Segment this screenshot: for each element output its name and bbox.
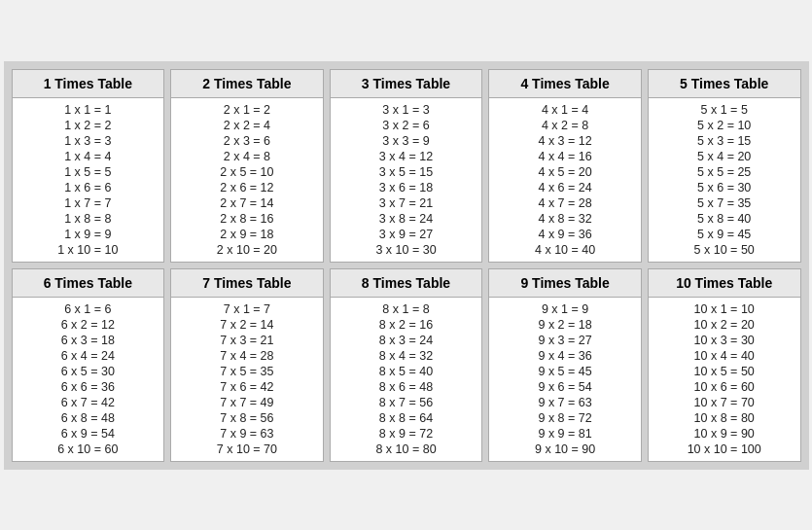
table-10-row-4: 10 x 4 = 40: [651, 348, 798, 364]
table-8-row-5: 8 x 5 = 40: [333, 364, 480, 379]
table-header-10: 10 Times Table: [649, 269, 800, 298]
table-body-3: 3 x 1 = 33 x 2 = 63 x 3 = 93 x 4 = 123 x…: [331, 98, 482, 262]
table-1-row-9: 1 x 9 = 9: [15, 227, 162, 242]
table-2-row-9: 2 x 9 = 18: [173, 227, 321, 242]
table-9-row-8: 9 x 8 = 72: [491, 410, 639, 426]
table-header-1: 1 Times Table: [13, 70, 164, 98]
table-4-row-9: 4 x 9 = 36: [491, 227, 639, 242]
table-card-10: 10 Times Table10 x 1 = 1010 x 2 = 2010 x…: [648, 268, 801, 462]
table-2-row-10: 2 x 10 = 20: [173, 242, 321, 258]
table-2-row-5: 2 x 5 = 10: [173, 164, 321, 180]
table-9-row-3: 9 x 3 = 27: [491, 333, 639, 348]
table-10-row-5: 10 x 5 = 50: [651, 364, 798, 379]
table-6-row-9: 6 x 9 = 54: [15, 426, 162, 442]
table-3-row-3: 3 x 3 = 9: [333, 133, 480, 149]
table-7-row-1: 7 x 1 = 7: [173, 301, 321, 317]
table-body-9: 9 x 1 = 99 x 2 = 189 x 3 = 279 x 4 = 369…: [489, 298, 641, 461]
table-card-7: 7 Times Table7 x 1 = 77 x 2 = 147 x 3 = …: [170, 268, 324, 462]
table-3-row-6: 3 x 6 = 18: [333, 180, 480, 195]
table-5-row-4: 5 x 4 = 20: [651, 149, 798, 164]
table-6-row-4: 6 x 4 = 24: [15, 348, 162, 364]
table-10-row-2: 10 x 2 = 20: [651, 317, 798, 333]
table-header-6: 6 Times Table: [13, 269, 164, 298]
table-7-row-10: 7 x 10 = 70: [173, 442, 321, 457]
table-8-row-9: 8 x 9 = 72: [333, 426, 480, 442]
table-7-row-7: 7 x 7 = 49: [173, 395, 321, 410]
table-6-row-10: 6 x 10 = 60: [15, 442, 162, 457]
table-card-8: 8 Times Table8 x 1 = 88 x 2 = 168 x 3 = …: [330, 268, 483, 462]
table-8-row-3: 8 x 3 = 24: [333, 333, 480, 348]
table-9-row-6: 9 x 6 = 54: [491, 379, 639, 395]
table-5-row-1: 5 x 1 = 5: [651, 102, 798, 118]
table-3-row-8: 3 x 8 = 24: [333, 211, 480, 227]
table-1-row-1: 1 x 1 = 1: [15, 102, 162, 118]
table-1-row-4: 1 x 4 = 4: [15, 149, 162, 164]
table-body-10: 10 x 1 = 1010 x 2 = 2010 x 3 = 3010 x 4 …: [649, 298, 800, 461]
table-4-row-1: 4 x 1 = 4: [491, 102, 639, 118]
table-card-1: 1 Times Table1 x 1 = 11 x 2 = 21 x 3 = 3…: [12, 69, 165, 263]
table-header-7: 7 Times Table: [171, 269, 323, 298]
table-4-row-8: 4 x 8 = 32: [491, 211, 639, 227]
table-body-4: 4 x 1 = 44 x 2 = 84 x 3 = 124 x 4 = 164 …: [489, 98, 641, 262]
table-4-row-5: 4 x 5 = 20: [491, 164, 639, 180]
table-header-2: 2 Times Table: [171, 70, 323, 98]
table-9-row-10: 9 x 10 = 90: [491, 442, 639, 457]
table-7-row-6: 7 x 6 = 42: [173, 379, 321, 395]
table-card-3: 3 Times Table3 x 1 = 33 x 2 = 63 x 3 = 9…: [330, 69, 483, 263]
table-card-4: 4 Times Table4 x 1 = 44 x 2 = 84 x 3 = 1…: [488, 69, 642, 263]
table-6-row-1: 6 x 1 = 6: [15, 301, 162, 317]
table-1-row-7: 1 x 7 = 7: [15, 195, 162, 211]
table-card-5: 5 Times Table5 x 1 = 55 x 2 = 105 x 3 = …: [648, 69, 801, 263]
table-5-row-8: 5 x 8 = 40: [651, 211, 798, 227]
table-body-7: 7 x 1 = 77 x 2 = 147 x 3 = 217 x 4 = 287…: [171, 298, 323, 461]
table-10-row-7: 10 x 7 = 70: [651, 395, 798, 410]
table-3-row-10: 3 x 10 = 30: [333, 242, 480, 258]
table-8-row-4: 8 x 4 = 32: [333, 348, 480, 364]
table-2-row-4: 2 x 4 = 8: [173, 149, 321, 164]
table-7-row-3: 7 x 3 = 21: [173, 333, 321, 348]
table-1-row-6: 1 x 6 = 6: [15, 180, 162, 195]
table-10-row-9: 10 x 9 = 90: [651, 426, 798, 442]
table-10-row-10: 10 x 10 = 100: [651, 442, 798, 457]
table-card-6: 6 Times Table6 x 1 = 66 x 2 = 126 x 3 = …: [12, 268, 165, 462]
table-header-8: 8 Times Table: [331, 269, 482, 298]
table-card-9: 9 Times Table9 x 1 = 99 x 2 = 189 x 3 = …: [488, 268, 642, 462]
table-4-row-6: 4 x 6 = 24: [491, 180, 639, 195]
table-header-4: 4 Times Table: [489, 70, 641, 98]
table-6-row-3: 6 x 3 = 18: [15, 333, 162, 348]
table-5-row-7: 5 x 7 = 35: [651, 195, 798, 211]
table-7-row-5: 7 x 5 = 35: [173, 364, 321, 379]
table-4-row-10: 4 x 10 = 40: [491, 242, 639, 258]
table-5-row-9: 5 x 9 = 45: [651, 227, 798, 242]
table-5-row-5: 5 x 5 = 25: [651, 164, 798, 180]
table-7-row-4: 7 x 4 = 28: [173, 348, 321, 364]
table-2-row-6: 2 x 6 = 12: [173, 180, 321, 195]
table-7-row-9: 7 x 9 = 63: [173, 426, 321, 442]
table-4-row-7: 4 x 7 = 28: [491, 195, 639, 211]
table-3-row-4: 3 x 4 = 12: [333, 149, 480, 164]
table-10-row-8: 10 x 8 = 80: [651, 410, 798, 426]
table-body-8: 8 x 1 = 88 x 2 = 168 x 3 = 248 x 4 = 328…: [331, 298, 482, 461]
table-1-row-10: 1 x 10 = 10: [15, 242, 162, 258]
table-3-row-2: 3 x 2 = 6: [333, 118, 480, 133]
table-8-row-6: 8 x 6 = 48: [333, 379, 480, 395]
table-2-row-2: 2 x 2 = 4: [173, 118, 321, 133]
table-9-row-9: 9 x 9 = 81: [491, 426, 639, 442]
table-1-row-8: 1 x 8 = 8: [15, 211, 162, 227]
table-8-row-2: 8 x 2 = 16: [333, 317, 480, 333]
table-10-row-3: 10 x 3 = 30: [651, 333, 798, 348]
table-7-row-8: 7 x 8 = 56: [173, 410, 321, 426]
table-card-2: 2 Times Table2 x 1 = 22 x 2 = 42 x 3 = 6…: [170, 69, 324, 263]
table-8-row-1: 8 x 1 = 8: [333, 301, 480, 317]
table-6-row-2: 6 x 2 = 12: [15, 317, 162, 333]
table-8-row-7: 8 x 7 = 56: [333, 395, 480, 410]
table-1-row-3: 1 x 3 = 3: [15, 133, 162, 149]
table-9-row-4: 9 x 4 = 36: [491, 348, 639, 364]
table-3-row-5: 3 x 5 = 15: [333, 164, 480, 180]
table-header-9: 9 Times Table: [489, 269, 641, 298]
table-2-row-7: 2 x 7 = 14: [173, 195, 321, 211]
table-8-row-8: 8 x 8 = 64: [333, 410, 480, 426]
table-body-5: 5 x 1 = 55 x 2 = 105 x 3 = 155 x 4 = 205…: [649, 98, 800, 262]
table-5-row-10: 5 x 10 = 50: [651, 242, 798, 258]
table-body-1: 1 x 1 = 11 x 2 = 21 x 3 = 31 x 4 = 41 x …: [13, 98, 164, 262]
